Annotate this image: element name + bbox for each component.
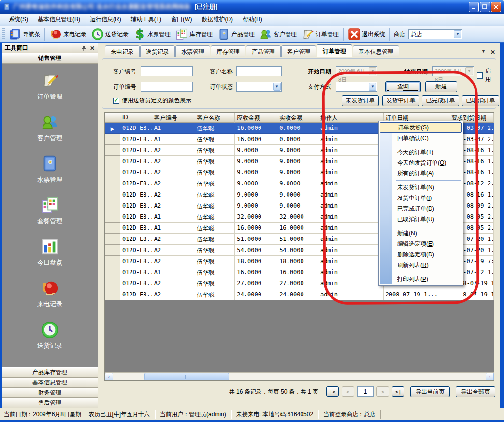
row-selector[interactable] bbox=[105, 234, 120, 245]
sidebar-item-订单管理[interactable]: 订单管理 bbox=[37, 71, 62, 101]
row-selector[interactable] bbox=[105, 167, 120, 178]
tab-产品管理[interactable]: 产品管理 bbox=[246, 45, 281, 57]
context-menu-item-编辑选定项(E)[interactable]: 编辑选定项(E) bbox=[380, 239, 462, 249]
status-filter-button-发货中订单[interactable]: 发货中订单 bbox=[382, 95, 419, 106]
menubar-item[interactable]: 帮助(H) bbox=[238, 14, 267, 25]
toolbar-button[interactable]: 订单管理 bbox=[299, 27, 341, 42]
pin-icon[interactable] bbox=[81, 45, 86, 51]
row-selector[interactable] bbox=[105, 223, 120, 234]
sidebar-group-财务管理[interactable]: 财务管理 bbox=[2, 388, 98, 398]
context-menu-item-已取消订单(U)[interactable]: 已取消订单(U) bbox=[380, 214, 462, 225]
row-selector[interactable] bbox=[105, 278, 120, 289]
sidebar-item-套餐管理[interactable]: 套餐管理 bbox=[37, 196, 62, 225]
context-menu-item-删除选定项(D)[interactable]: 删除选定项(D) bbox=[380, 249, 462, 260]
toolbar-button[interactable]: 来电记录 bbox=[47, 27, 89, 42]
tab-close-icon[interactable]: ✕ bbox=[490, 49, 495, 56]
next-page-button[interactable]: > bbox=[376, 386, 389, 397]
maximize-button[interactable] bbox=[480, 2, 490, 12]
toolbar-button[interactable]: 导航条 bbox=[6, 27, 43, 42]
context-menu-item-回单确认(C)[interactable]: 回单确认(C) bbox=[380, 133, 462, 143]
table-row[interactable]: 012D-E8...A2伍华聪24.000024.0000admin2008-0… bbox=[105, 289, 494, 300]
toolbar-button[interactable]: 客户管理 bbox=[257, 27, 299, 42]
prev-page-button[interactable]: < bbox=[342, 386, 354, 397]
sidebar-group-基本信息管理[interactable]: 基本信息管理 bbox=[2, 378, 98, 388]
tab-来电记录[interactable]: 来电记录 bbox=[105, 45, 140, 57]
tab-list-dropdown-icon[interactable]: ▼ bbox=[481, 49, 486, 56]
minimize-button[interactable] bbox=[469, 2, 479, 12]
context-menu-item-已完成订单(D)[interactable]: 已完成订单(D) bbox=[380, 203, 462, 214]
row-selector[interactable] bbox=[105, 145, 120, 156]
sidebar-item-来电记录[interactable]: 来电记录 bbox=[37, 279, 62, 309]
delivery-color-checkbox[interactable]: 使用送货员定义的颜色展示 bbox=[113, 97, 191, 105]
context-menu-item-发货中订单(I)[interactable]: 发货中订单(I) bbox=[380, 193, 462, 203]
row-selector[interactable] bbox=[105, 200, 120, 211]
scroll-left-icon[interactable]: ‹ bbox=[105, 373, 113, 380]
row-selector[interactable] bbox=[105, 256, 120, 267]
tab-水票管理[interactable]: 水票管理 bbox=[175, 45, 210, 57]
toolbar-button[interactable]: $水票管理 bbox=[131, 27, 173, 42]
toolbar-button[interactable]: 库存管理 bbox=[173, 27, 215, 42]
toolbar-grip[interactable] bbox=[2, 28, 5, 40]
end-date-picker[interactable]: 2009年 6月 8日▼ bbox=[432, 66, 474, 76]
row-selector[interactable] bbox=[105, 245, 120, 256]
menubar-item[interactable]: 基本信息管理(B) bbox=[33, 14, 85, 25]
column-header-客户名称[interactable]: 客户名称 bbox=[195, 113, 235, 123]
customer-no-input[interactable] bbox=[141, 66, 193, 76]
sidebar-item-水票管理[interactable]: 水票管理 bbox=[37, 155, 62, 184]
menubar-item[interactable]: 辅助工具(T) bbox=[126, 14, 166, 25]
context-menu-item-打印列表(P)[interactable]: 打印列表(P) bbox=[380, 274, 462, 284]
menubar-item[interactable]: 运行信息(R) bbox=[85, 14, 126, 25]
horizontal-scrollbar[interactable]: ‹ › bbox=[105, 372, 494, 380]
close-button[interactable] bbox=[491, 2, 501, 12]
enable-checkbox[interactable]: 启用 bbox=[477, 67, 496, 84]
toolbar-button[interactable]: 产品管理 bbox=[215, 27, 257, 42]
sidebar-group-产品库存管理[interactable]: 产品库存管理 bbox=[2, 367, 98, 378]
row-selector[interactable] bbox=[105, 267, 120, 278]
row-selector[interactable] bbox=[105, 134, 120, 145]
row-selector[interactable] bbox=[105, 178, 120, 189]
column-header-ID[interactable]: ID bbox=[120, 113, 152, 123]
order-no-input[interactable] bbox=[141, 82, 193, 92]
menubar-item[interactable]: 数据维护(D) bbox=[197, 14, 238, 25]
last-page-button[interactable]: >| bbox=[392, 386, 404, 397]
column-header-应收金额[interactable]: 应收金额 bbox=[235, 113, 277, 123]
new-button[interactable]: 新建 bbox=[425, 81, 457, 92]
context-menu-item-今天的发货订单(O)[interactable]: 今天的发货订单(O) bbox=[380, 157, 462, 168]
row-selector[interactable] bbox=[105, 211, 120, 223]
page-number-input[interactable] bbox=[357, 386, 374, 397]
context-menu-item-新建(N)[interactable]: 新建(N) bbox=[380, 228, 462, 239]
scrollbar-thumb[interactable] bbox=[144, 373, 229, 380]
tab-送货记录[interactable]: 送货记录 bbox=[140, 45, 175, 57]
order-status-select[interactable]: ▼ bbox=[236, 82, 282, 92]
sidebar-section-sales[interactable]: 销售管理 bbox=[2, 53, 98, 64]
export-all-pages-button[interactable]: 导出全部页 bbox=[456, 386, 495, 397]
scroll-right-icon[interactable]: › bbox=[486, 373, 494, 380]
context-menu-item-刷新列表(R)[interactable]: 刷新列表(R) bbox=[380, 260, 462, 270]
context-menu-item-所有的订单(A)[interactable]: 所有的订单(A) bbox=[380, 168, 462, 179]
tab-库存管理[interactable]: 库存管理 bbox=[211, 45, 245, 57]
column-header-实收金额[interactable]: 实收金额 bbox=[277, 113, 318, 123]
column-header-客户编号[interactable]: 客户编号 bbox=[152, 113, 195, 123]
customer-name-input[interactable] bbox=[236, 66, 282, 76]
sidebar-item-客户管理[interactable]: 客户管理 bbox=[37, 113, 62, 142]
row-selector[interactable]: ▶ bbox=[105, 123, 120, 134]
toolbar-button[interactable]: 送货记录 bbox=[89, 27, 131, 42]
sidebar-group-售后管理[interactable]: 售后管理 bbox=[2, 398, 98, 408]
first-page-button[interactable]: |< bbox=[326, 386, 339, 397]
menubar-item[interactable]: 系统(S) bbox=[4, 14, 33, 25]
tab-客户管理[interactable]: 客户管理 bbox=[281, 45, 316, 57]
row-selector[interactable] bbox=[105, 289, 120, 300]
toolbar-button[interactable]: 退出系统 bbox=[346, 27, 388, 42]
query-button[interactable]: 查询 bbox=[385, 81, 421, 92]
pay-method-select[interactable]: ▼ bbox=[336, 82, 377, 92]
tab-基本信息管理[interactable]: 基本信息管理 bbox=[353, 45, 399, 57]
start-date-picker[interactable]: 2009年 6月 8日▼ bbox=[336, 66, 377, 76]
context-menu-item-今天的订单(T)[interactable]: 今天的订单(T) bbox=[380, 147, 462, 157]
menubar-item[interactable]: 窗口(W) bbox=[166, 14, 197, 25]
shop-select[interactable]: 总店▼ bbox=[408, 29, 462, 39]
status-filter-button-已取消订单[interactable]: 已取消订单 bbox=[462, 95, 499, 106]
sidebar-item-今日盘点[interactable]: 今日盘点 bbox=[37, 238, 62, 267]
row-selector[interactable] bbox=[105, 156, 120, 167]
tab-订单管理[interactable]: 订单管理 bbox=[317, 44, 352, 57]
sidebar-item-送货记录[interactable]: 送货记录 bbox=[37, 321, 62, 350]
